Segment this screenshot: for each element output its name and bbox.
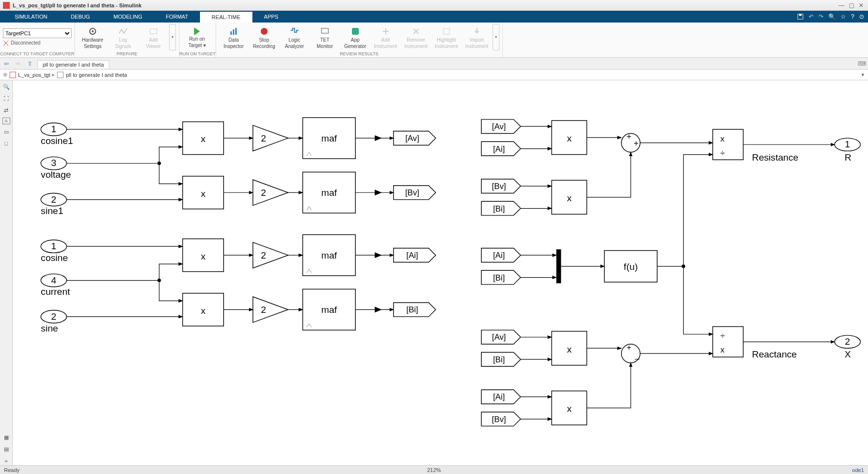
gain-block[interactable] xyxy=(253,242,288,268)
svg-rect-13 xyxy=(444,28,449,34)
highlight-instrument-button[interactable]: HighlightInstrument xyxy=(432,24,461,50)
svg-rect-14 xyxy=(10,72,16,78)
tab-debug[interactable]: DEBUG xyxy=(59,11,101,23)
from-Bi-2[interactable]: [Bi] xyxy=(481,270,521,284)
svg-rect-8 xyxy=(233,29,234,35)
tet-monitor-button[interactable]: TETMonitor xyxy=(310,24,340,50)
tab-modeling[interactable]: MODELING xyxy=(102,11,154,23)
target-select[interactable]: TargetPC1 xyxy=(3,28,72,38)
svg-text:_: _ xyxy=(634,351,640,360)
favorites-icon[interactable]: ☆ xyxy=(841,13,846,20)
expand-icon[interactable]: » xyxy=(2,456,11,465)
redo-icon[interactable]: ↷ xyxy=(818,13,823,20)
inport-voltage[interactable]: 3 voltage xyxy=(41,157,71,180)
inport-sine[interactable]: 2 sine xyxy=(41,310,67,333)
ribbon: TargetPC1 Disconnected CONNECT TO TARGET… xyxy=(0,23,868,58)
svg-rect-15 xyxy=(57,72,63,78)
svg-text:1: 1 xyxy=(845,139,850,149)
search-icon[interactable]: 🔍 xyxy=(828,13,836,20)
from-Bv-2[interactable]: [Bv] xyxy=(481,412,521,426)
gain-block[interactable] xyxy=(253,180,288,206)
nav-forward-icon[interactable]: ⇨ xyxy=(14,59,23,68)
model-icon xyxy=(9,71,16,78)
image-icon[interactable]: ▭ xyxy=(2,127,11,136)
annotation-icon[interactable]: A xyxy=(2,118,10,124)
minimize-icon[interactable]: — xyxy=(838,1,845,9)
model-data-icon[interactable]: ▦ xyxy=(2,433,11,442)
fit-to-view-icon[interactable]: ⛶ xyxy=(2,94,11,103)
crumb-root[interactable]: L_vs_pos_tgt xyxy=(18,72,50,78)
x-icon xyxy=(411,26,421,36)
palette: 🔍 ⛶ ⇄ A ▭ □ ▦ ▤ » xyxy=(0,80,13,465)
svg-text:maf: maf xyxy=(321,305,337,315)
outport-R[interactable]: 1R xyxy=(835,138,861,162)
gain-block[interactable] xyxy=(253,297,288,323)
svg-text:voltage: voltage xyxy=(41,169,71,180)
tab-simulation[interactable]: SIMULATION xyxy=(3,11,59,23)
run-on-target-button[interactable]: Run onTarget ▾ xyxy=(182,24,212,50)
svg-text:x: x xyxy=(567,403,572,414)
remove-instrument-button[interactable]: RemoveInstrument xyxy=(401,24,431,50)
add-instrument-button[interactable]: AddInstrument xyxy=(371,24,400,50)
review-dropdown[interactable]: ▾ xyxy=(493,24,499,50)
prepare-dropdown[interactable]: ▾ xyxy=(169,24,176,50)
nav-back-icon[interactable]: ⇦ xyxy=(2,59,11,68)
svg-text:1: 1 xyxy=(51,241,56,251)
svg-point-10 xyxy=(261,28,268,35)
gain-block[interactable] xyxy=(253,125,288,151)
model-browser-toggle[interactable]: ⊕ xyxy=(3,71,7,78)
svg-marker-34 xyxy=(375,135,382,141)
from-Av-2[interactable]: [Av] xyxy=(481,330,521,344)
canvas[interactable]: 1 cosine1 3 voltage 2 sine1 x x 2 2 xyxy=(13,80,868,465)
from-Bv[interactable]: [Bv] xyxy=(481,179,521,193)
group-label-run: RUN ON TARGET xyxy=(179,51,216,57)
divide-block[interactable] xyxy=(713,129,743,160)
from-Bi[interactable]: [Bi] xyxy=(481,201,521,215)
from-Ai-3[interactable]: [Ai] xyxy=(481,390,521,404)
options-icon[interactable]: ⊙ xyxy=(859,13,864,20)
maximize-icon[interactable]: ▢ xyxy=(847,1,855,9)
property-inspector-icon[interactable]: ▤ xyxy=(2,445,11,453)
crumb-dropdown[interactable]: ▼ xyxy=(861,72,865,77)
svg-rect-1 xyxy=(799,14,802,16)
import-instrument-button[interactable]: ImportInstrument xyxy=(462,24,492,50)
add-viewer-button[interactable]: AddViewer xyxy=(139,24,168,50)
autolayout-icon[interactable]: ⇄ xyxy=(2,106,11,115)
app-icon xyxy=(350,26,360,36)
from-Av[interactable]: [Av] xyxy=(481,119,521,134)
tab-format[interactable]: FORMAT xyxy=(154,11,200,23)
inport-cosine1[interactable]: 1 cosine1 xyxy=(41,123,73,146)
svg-text:[Bv]: [Bv] xyxy=(492,182,506,191)
keyboard-icon[interactable]: ⌨ xyxy=(858,60,866,67)
log-signals-button[interactable]: LogSignals xyxy=(108,24,138,50)
inport-current[interactable]: 4 current xyxy=(41,274,70,297)
data-inspector-button[interactable]: DataInspector xyxy=(219,24,248,50)
stop-recording-button[interactable]: StopRecording xyxy=(249,24,279,50)
viewer-icon xyxy=(149,26,158,36)
model-tab[interactable]: pll to generate I and theta xyxy=(37,60,109,69)
tab-realtime[interactable]: REAL-TIME xyxy=(200,11,252,23)
area-icon[interactable]: □ xyxy=(2,139,11,148)
outport-X[interactable]: 2X xyxy=(835,335,861,359)
logic-analyzer-button[interactable]: LogicAnalyzer xyxy=(280,24,309,50)
inport-cosine[interactable]: 1 cosine xyxy=(41,240,68,263)
mux-block[interactable] xyxy=(556,249,561,283)
zoom-tool-icon[interactable]: 🔍 xyxy=(2,82,11,91)
divide-block-2[interactable] xyxy=(713,327,743,357)
svg-text:x: x xyxy=(201,134,206,144)
from-Ai-2[interactable]: [Ai] xyxy=(481,248,521,262)
close-icon[interactable]: ✕ xyxy=(857,1,865,9)
crumb-leaf[interactable]: pll to generate I and theta xyxy=(66,72,127,78)
app-generator-button[interactable]: AppGenerator xyxy=(341,24,370,50)
from-Bi-3[interactable]: [Bi] xyxy=(481,353,521,367)
help-icon[interactable]: ? xyxy=(851,13,854,20)
plus-icon xyxy=(381,26,391,36)
status-solver[interactable]: ode1 xyxy=(852,467,864,473)
inport-sine1[interactable]: 2 sine1 xyxy=(41,193,67,216)
from-Ai[interactable]: [Ai] xyxy=(481,142,521,156)
save-icon[interactable] xyxy=(797,13,804,20)
tab-apps[interactable]: APPS xyxy=(252,11,290,23)
undo-icon[interactable]: ↶ xyxy=(809,13,814,20)
hardware-settings-button[interactable]: HardwareSettings xyxy=(78,24,107,50)
nav-up-icon[interactable]: ⇧ xyxy=(25,59,34,68)
